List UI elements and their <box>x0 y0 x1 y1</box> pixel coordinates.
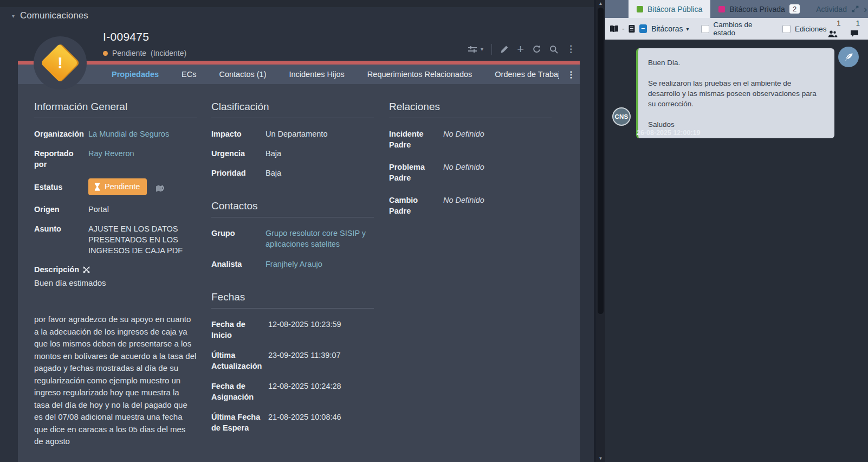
log-panel: Bitácora Pública Bitácora Privada 2 Acti… <box>605 0 868 462</box>
journal-icon[interactable] <box>628 24 636 33</box>
scroll-down-icon[interactable]: ▼ <box>596 456 605 461</box>
descripcion-body: por favor agradezco de su apoyo en cuant… <box>34 313 197 448</box>
fecha-asignacion-value: 12-08-2025 10:24:28 <box>268 381 374 402</box>
bitacoras-dropdown[interactable]: Bitácoras ▾ <box>651 24 689 33</box>
field-urgencia: Urgencia Baja <box>211 148 374 159</box>
new-entry-button[interactable] <box>838 47 859 67</box>
field-label: Última Actualización <box>211 350 268 371</box>
relaciones-section: Relaciones Incidente Padre No Definido P… <box>389 84 552 225</box>
info-general-title: Información General <box>34 101 197 118</box>
tab-actividad-label: Actividad <box>816 5 847 14</box>
message-line-2: Se realizaron las pruebas en el ambiente… <box>648 78 825 109</box>
quill-icon <box>844 52 854 62</box>
field-impacto: Impacto Un Departamento <box>211 129 374 139</box>
tab-bitacora-privada-label: Bitácora Privada <box>729 5 785 14</box>
field-label: Incidente Padre <box>389 129 443 150</box>
communications-title: Comunicaciones <box>20 10 88 21</box>
field-cambio-padre: Cambio Padre No Definido <box>389 195 552 216</box>
main-scrollbar[interactable]: ▲ ▼ <box>596 0 605 462</box>
field-label: Fecha de Inicio <box>211 319 268 341</box>
filter-icon[interactable] <box>468 45 477 54</box>
status-dot-icon <box>103 51 108 56</box>
problema-padre-value: No Definido <box>443 162 552 183</box>
relaciones-title: Relaciones <box>389 101 552 118</box>
ultima-actualizacion-value: 23-09-2025 11:39:07 <box>268 350 374 371</box>
field-ultima-actualizacion: Última Actualización 23-09-2025 11:39:07 <box>211 350 374 371</box>
ediciones-checkbox[interactable] <box>782 25 791 33</box>
descripcion-label: Descripción <box>34 265 79 274</box>
ultima-fecha-espera-value: 21-08-2025 10:08:46 <box>268 412 374 433</box>
impacto-value: Un Departamento <box>265 129 374 139</box>
field-label: Prioridad <box>211 168 265 178</box>
organizacion-link[interactable]: La Mundial de Seguros <box>88 129 197 139</box>
field-ultima-fecha-espera: Última Fecha de Espera 21-08-2025 10:08:… <box>211 412 374 433</box>
field-label: Impacto <box>211 129 265 139</box>
field-reportado-por: Reportado por Ray Reveron <box>34 148 197 170</box>
comments-counter: 1 <box>849 19 862 39</box>
log-message-bubble: Buen Dia. Se realizaron las pruebas en e… <box>636 48 834 138</box>
people-icon[interactable] <box>828 30 838 37</box>
refresh-icon[interactable] <box>532 44 541 54</box>
comments-count: 1 <box>856 19 860 27</box>
exclamation-glyph: ! <box>57 54 63 72</box>
filter-caret-icon[interactable]: ▾ <box>481 46 483 52</box>
message-line-1: Buen Dia. <box>648 57 825 68</box>
fechas-title: Fechas <box>211 291 374 309</box>
field-fecha-inicio: Fecha de Inicio 12-08-2025 10:23:59 <box>211 319 374 341</box>
message-line-3: Saludos <box>648 119 825 130</box>
field-analista: Analista Franjhely Araujo <box>211 259 374 270</box>
scrollbar-thumb[interactable] <box>598 8 604 314</box>
analista-link[interactable]: Franjhely Araujo <box>265 259 374 270</box>
chat-bubble-icon[interactable] <box>850 30 859 37</box>
members-counter: 1 <box>827 19 843 39</box>
properties-panel: Información General Organización La Mund… <box>18 84 580 462</box>
field-label: Fecha de Asignación <box>211 381 268 402</box>
collapse-all-icon[interactable]: − <box>639 24 647 33</box>
field-asunto: Asunto AJUSTE EN LOS DATOS PRESENTADOS E… <box>34 223 197 256</box>
open-book-icon[interactable] <box>609 25 619 33</box>
tab-requerimientos-relacionados[interactable]: Requerimientos Relacionados <box>356 70 483 79</box>
contactos-title: Contactos <box>211 200 374 217</box>
descripcion-greeting: Buen día estimados <box>34 277 197 289</box>
field-estatus: Estatus Pendiente <box>34 178 197 195</box>
field-label: Reportado por <box>34 148 88 170</box>
tab-incidentes-hijos[interactable]: Incidentes Hijos <box>277 70 355 79</box>
scroll-up-icon[interactable]: ▲ <box>596 1 605 6</box>
reportado-por-link[interactable]: Ray Reveron <box>88 148 197 170</box>
field-grupo: Grupo Grupo resolutor core SISIP y aplic… <box>211 228 374 249</box>
tab-ecs[interactable]: ECs <box>170 70 208 79</box>
urgencia-value: Baja <box>265 148 374 159</box>
tab-overflow-icon[interactable]: ⋮ <box>566 69 580 80</box>
grupo-link[interactable]: Grupo resolutor core SISIP y aplicacione… <box>265 228 374 249</box>
field-label: Origen <box>34 204 88 215</box>
field-label: Cambio Padre <box>389 195 443 216</box>
cambios-de-estado-label: Cambios de estado <box>714 21 757 37</box>
tab-bitacora-publica[interactable]: Bitácora Pública <box>629 0 710 18</box>
field-origen: Origen Portal <box>34 204 197 215</box>
bitacoras-caret-icon: ▾ <box>686 26 689 32</box>
message-timestamp: 26-08-2025 12:00:19 <box>637 129 700 137</box>
tab-bitacora-privada[interactable]: Bitácora Privada 2 <box>710 0 808 18</box>
tab-propiedades[interactable]: Propiedades <box>100 70 170 79</box>
next-tab-chevron-icon[interactable]: › <box>864 5 867 13</box>
dash-separator: - <box>622 24 625 33</box>
edit-icon[interactable] <box>500 45 509 54</box>
tab-contactos[interactable]: Contactos (1) <box>208 70 277 79</box>
tab-ordenes-de-trabajo[interactable]: Ordenes de Trabajo <box>483 70 559 79</box>
more-options-icon[interactable]: ⋮ <box>566 43 575 55</box>
cambio-padre-value: No Definido <box>443 195 552 216</box>
collapse-caret-icon[interactable]: ▾ <box>12 13 15 19</box>
expand-panel-icon[interactable] <box>852 5 859 12</box>
add-icon[interactable]: + <box>517 45 524 54</box>
field-label: Asunto <box>34 223 88 256</box>
status-badge[interactable]: Pendiente <box>88 178 147 195</box>
search-icon[interactable] <box>549 45 558 54</box>
incident-status-line: Pendiente (Incidente) <box>103 49 186 57</box>
status-workflow-map-icon[interactable] <box>156 184 165 193</box>
field-label: Problema Padre <box>389 162 443 183</box>
expand-icon[interactable] <box>83 266 90 273</box>
tab-actividad[interactable]: Actividad › <box>808 0 868 18</box>
cambios-de-estado-checkbox[interactable] <box>701 25 709 33</box>
field-prioridad: Prioridad Baja <box>211 168 374 178</box>
clasificacion-title: Clasificación <box>211 101 374 118</box>
